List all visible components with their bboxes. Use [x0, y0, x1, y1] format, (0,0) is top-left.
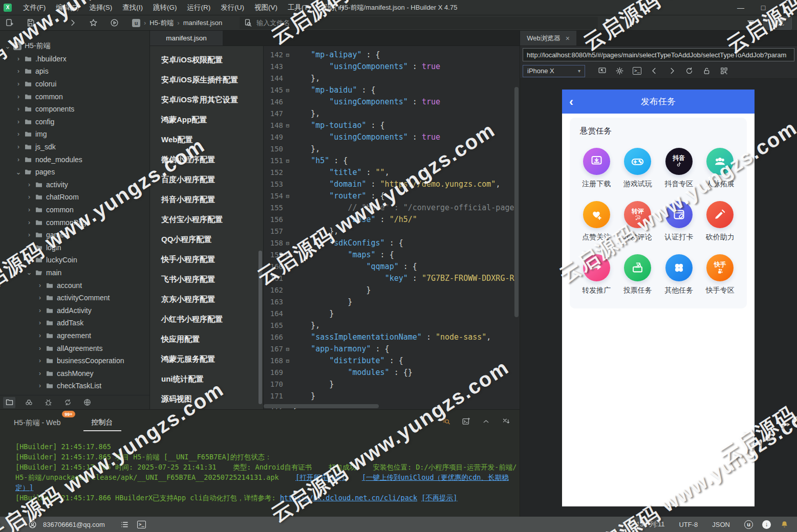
- menu-item-4[interactable]: 跳转(G): [148, 1, 182, 14]
- tree-item-img[interactable]: ›img: [0, 128, 149, 141]
- menu-item-1[interactable]: 编辑(E): [51, 1, 84, 14]
- console-link[interactable]: [不再提示]: [421, 494, 457, 502]
- tree-item-addActivity[interactable]: ›addActivity: [0, 304, 149, 317]
- chevron-right-icon[interactable]: ›: [36, 345, 44, 352]
- task-tile-3[interactable]: 人脉拓展: [706, 148, 735, 189]
- refresh-icon[interactable]: [685, 66, 694, 75]
- task-tile-10[interactable]: 其他任务: [664, 254, 693, 295]
- chevron-right-icon[interactable]: ›: [15, 105, 22, 113]
- new-file-icon[interactable]: [5, 18, 14, 27]
- file-search-box[interactable]: [240, 17, 598, 29]
- config-nav-item-15[interactable]: 鸿蒙元服务配置: [150, 349, 263, 369]
- fold-marker-icon[interactable]: ⊟: [283, 120, 292, 131]
- debug-icon[interactable]: [42, 397, 54, 408]
- tree-item-js_sdk[interactable]: ›js_sdk: [0, 141, 149, 153]
- menu-item-6[interactable]: 发行(U): [216, 1, 249, 14]
- tree-item-components[interactable]: ›components: [0, 103, 149, 116]
- close-button[interactable]: ×: [774, 0, 797, 15]
- task-tile-11[interactable]: 快手快手专区: [706, 254, 735, 295]
- code-line-170[interactable]: 170 }: [264, 379, 520, 390]
- nav-forward-icon[interactable]: [667, 66, 676, 75]
- code-line-142[interactable]: 142⊟ "mp-alipay" : {: [264, 49, 520, 61]
- chevron-down-icon[interactable]: ⌄: [15, 168, 22, 176]
- search-input[interactable]: [256, 19, 594, 27]
- tree-item-H5-前端[interactable]: ⌄uH5-前端: [0, 40, 149, 53]
- nav-forward-icon[interactable]: [68, 18, 77, 27]
- config-nav-item-12[interactable]: 京东小程序配置: [150, 290, 263, 309]
- code-line-162[interactable]: 162 }: [264, 284, 520, 296]
- code-line-148[interactable]: 148⊟ "mp-toutiao" : {: [264, 120, 520, 131]
- tree-item-colorui[interactable]: ›colorui: [0, 78, 149, 91]
- tab-web-browser[interactable]: Web浏览器 ×: [520, 31, 576, 46]
- clear-logs-icon[interactable]: [502, 417, 510, 426]
- tree-item-apis[interactable]: ›apis: [0, 65, 149, 78]
- fold-marker-icon[interactable]: ⊟: [283, 249, 292, 261]
- code-line-149[interactable]: 149 "usingComponents" : true: [264, 131, 520, 143]
- console-link[interactable]: [打开所在目录]: [295, 473, 345, 481]
- config-nav-item-6[interactable]: 百度小程序配置: [150, 170, 263, 190]
- lock-open-icon[interactable]: [702, 66, 711, 75]
- tree-item-allAgreements[interactable]: ›allAgreements: [0, 342, 149, 354]
- project-manager-icon[interactable]: [3, 397, 15, 408]
- devtools-icon[interactable]: [615, 66, 624, 75]
- uni-circle-icon[interactable]: u: [744, 520, 753, 529]
- code-line-163[interactable]: 163 }: [264, 296, 520, 308]
- open-in-browser-icon[interactable]: [598, 66, 607, 75]
- back-chevron-icon[interactable]: ‹: [569, 96, 573, 108]
- task-tile-0[interactable]: 注册下载: [582, 148, 611, 189]
- tree-item-activityComment[interactable]: ›activityComment: [0, 292, 149, 304]
- device-select[interactable]: iPhone X ▾: [523, 65, 585, 77]
- tab-manifest-json[interactable]: manifest.json: [150, 31, 223, 46]
- chevron-down-icon[interactable]: ⌄: [26, 269, 33, 276]
- code-line-156[interactable]: 156 "base" : "/h5/": [264, 214, 520, 226]
- task-tile-8[interactable]: 转发推广: [582, 254, 611, 295]
- code-line-171[interactable]: 171 }: [264, 390, 520, 402]
- new-terminal-icon[interactable]: [462, 417, 470, 426]
- update-download-icon[interactable]: ↓: [762, 520, 771, 529]
- config-nav-item-10[interactable]: 快手小程序配置: [150, 250, 263, 270]
- filter-funnel-icon[interactable]: [746, 19, 755, 28]
- favorite-icon[interactable]: [89, 18, 98, 27]
- tree-item-commonPage[interactable]: ›commonPage: [0, 216, 149, 229]
- account-email[interactable]: 836706661@qq.com: [43, 521, 105, 528]
- cursor-position[interactable]: 行:138 列:11: [628, 520, 664, 529]
- sync-icon[interactable]: [61, 397, 74, 408]
- task-tile-6[interactable]: 认证打卡: [664, 201, 693, 242]
- code-line-147[interactable]: 147 },: [264, 108, 520, 120]
- qrcode-icon[interactable]: [720, 66, 728, 75]
- code-line-150[interactable]: 150 },: [264, 143, 520, 155]
- tree-item-common[interactable]: ›common: [0, 204, 149, 216]
- fold-marker-icon[interactable]: ⊟: [283, 237, 292, 249]
- config-nav-item-5[interactable]: 微信小程序配置: [150, 150, 263, 170]
- chevron-right-icon[interactable]: ›: [15, 118, 22, 125]
- file-type[interactable]: JSON: [712, 521, 730, 528]
- task-tile-2[interactable]: 抖音抖音专区: [664, 148, 693, 189]
- tree-item-agreement[interactable]: ›agreement: [0, 329, 149, 342]
- tree-item-luckyCoin[interactable]: ›luckyCoin: [0, 254, 149, 267]
- code-line-161[interactable]: 161 "key" : "7G7BZ-FROWW-DDXRG-R: [264, 273, 520, 284]
- chevron-right-icon[interactable]: ›: [26, 256, 33, 263]
- tree-item-addTask[interactable]: ›addTask: [0, 317, 149, 329]
- menu-item-5[interactable]: 运行(R): [182, 1, 216, 14]
- console-log[interactable]: [HBuilder] 21:45:17.865[HBuilder] 21:45:…: [0, 436, 520, 513]
- console-tab-0[interactable]: H5-前端 - Web99+: [13, 415, 62, 431]
- menu-item-7[interactable]: 视图(V): [249, 1, 283, 14]
- code-line-145[interactable]: 145⊟ "mp-baidu" : {: [264, 84, 520, 96]
- task-tile-4[interactable]: 点赞关注: [582, 201, 611, 242]
- fold-marker-icon[interactable]: ⊟: [283, 190, 292, 202]
- menu-item-3[interactable]: 查找(I): [117, 1, 148, 14]
- task-tile-1[interactable]: 游戏试玩: [623, 148, 652, 189]
- code-line-154[interactable]: 154⊟ "router" : {: [264, 190, 520, 202]
- editor-horizontal-scrollbar[interactable]: [264, 404, 379, 408]
- chevron-right-icon[interactable]: ›: [36, 357, 44, 364]
- config-nav-item-11[interactable]: 飞书小程序配置: [150, 270, 263, 290]
- preview-button[interactable]: 预览: [763, 16, 792, 30]
- tree-item-pages[interactable]: ⌄pages: [0, 166, 149, 179]
- code-line-169[interactable]: 169 "modules" : {}: [264, 367, 520, 379]
- search-icon[interactable]: [23, 397, 35, 408]
- url-input[interactable]: [523, 48, 794, 61]
- chevron-right-icon[interactable]: ›: [15, 80, 22, 87]
- config-nav-item-3[interactable]: 鸿蒙App配置: [150, 110, 263, 130]
- config-nav-item-2[interactable]: 安卓/iOS常用其它设置: [150, 90, 263, 110]
- editor-vertical-scrollbar[interactable]: [514, 87, 519, 317]
